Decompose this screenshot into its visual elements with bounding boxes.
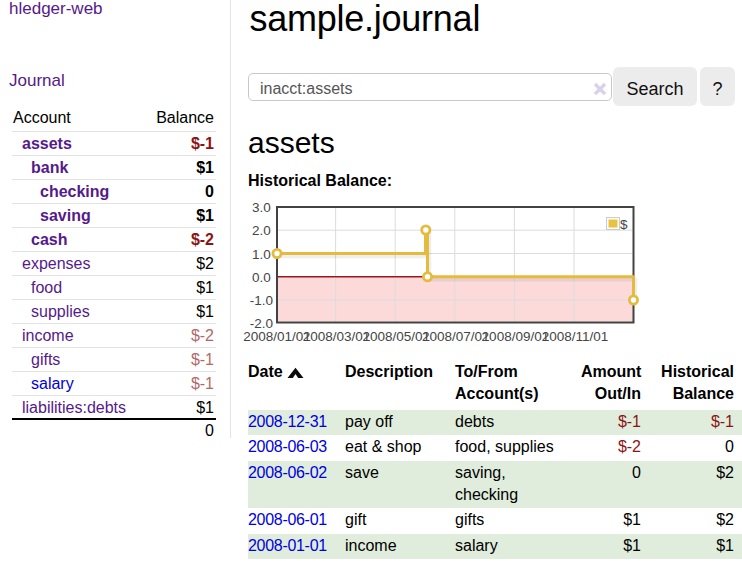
svg-text:2008/09/01: 2008/09/01 [482, 329, 550, 344]
svg-text:2008/05/01: 2008/05/01 [362, 329, 430, 344]
svg-text:2008/07/01: 2008/07/01 [422, 329, 490, 344]
svg-text:2008/01/01: 2008/01/01 [243, 329, 311, 344]
svg-text:2008/11/01: 2008/11/01 [542, 329, 609, 344]
svg-text:2008/03/01: 2008/03/01 [303, 329, 371, 344]
svg-text:2.0: 2.0 [252, 223, 271, 238]
svg-text:-1.0: -1.0 [250, 293, 273, 308]
svg-text:0.0: 0.0 [252, 270, 271, 285]
svg-text:3.0: 3.0 [252, 200, 271, 215]
svg-text:1.0: 1.0 [252, 247, 271, 262]
svg-text:$: $ [620, 217, 628, 232]
